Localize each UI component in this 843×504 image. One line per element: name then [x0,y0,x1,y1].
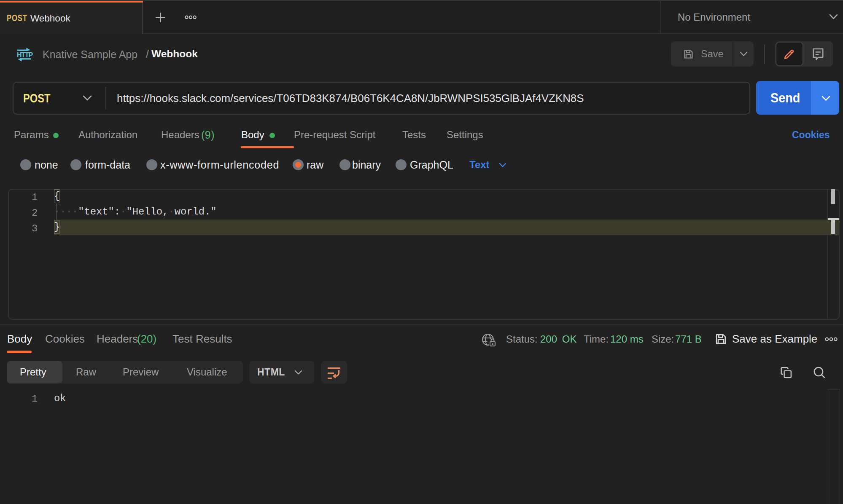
svg-text:HTTP: HTTP [17,51,33,59]
